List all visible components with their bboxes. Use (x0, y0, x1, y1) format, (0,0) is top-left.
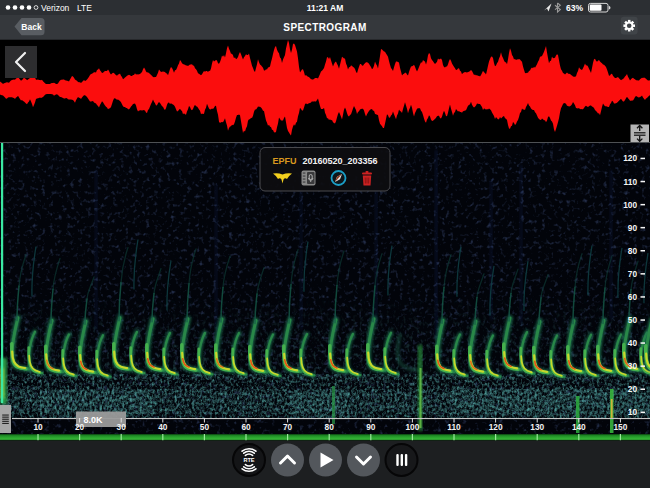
svg-text:90: 90 (628, 223, 638, 233)
svg-text:100: 100 (623, 200, 637, 210)
svg-text:Back: Back (21, 22, 42, 32)
svg-text:120: 120 (623, 153, 637, 163)
svg-text:20: 20 (75, 422, 85, 432)
svg-text:8.0K: 8.0K (83, 415, 103, 425)
svg-text:20: 20 (628, 384, 638, 394)
svg-text:40: 40 (158, 422, 168, 432)
svg-text:SPECTROGRAM: SPECTROGRAM (283, 22, 366, 33)
svg-text:120: 120 (489, 422, 503, 432)
svg-text:130: 130 (530, 422, 544, 432)
svg-text:110: 110 (447, 422, 461, 432)
svg-text:RTE: RTE (243, 457, 254, 463)
svg-text:10: 10 (628, 407, 638, 417)
svg-text:10: 10 (33, 422, 43, 432)
svg-text:80: 80 (325, 422, 335, 432)
svg-text:70: 70 (283, 422, 293, 432)
svg-text:60: 60 (628, 292, 638, 302)
svg-text:50: 50 (200, 422, 210, 432)
svg-text:50: 50 (628, 315, 638, 325)
svg-text:30: 30 (117, 422, 127, 432)
svg-text:30: 30 (628, 361, 638, 371)
svg-text:80: 80 (628, 246, 638, 256)
svg-text:Verizon: Verizon (41, 3, 70, 13)
svg-text:20160520_203356: 20160520_203356 (302, 156, 377, 166)
svg-text:EPFU: EPFU (272, 156, 296, 166)
svg-text:140: 140 (572, 422, 586, 432)
svg-text:100: 100 (405, 422, 419, 432)
svg-text:63%: 63% (566, 3, 583, 13)
svg-text:40: 40 (628, 338, 638, 348)
svg-text:11:21 AM: 11:21 AM (307, 3, 344, 13)
svg-text:60: 60 (241, 422, 251, 432)
svg-text:70: 70 (628, 269, 638, 279)
svg-text:LTE: LTE (77, 3, 92, 13)
svg-text:150: 150 (613, 422, 627, 432)
svg-text:110: 110 (624, 177, 638, 187)
svg-text:90: 90 (366, 422, 376, 432)
